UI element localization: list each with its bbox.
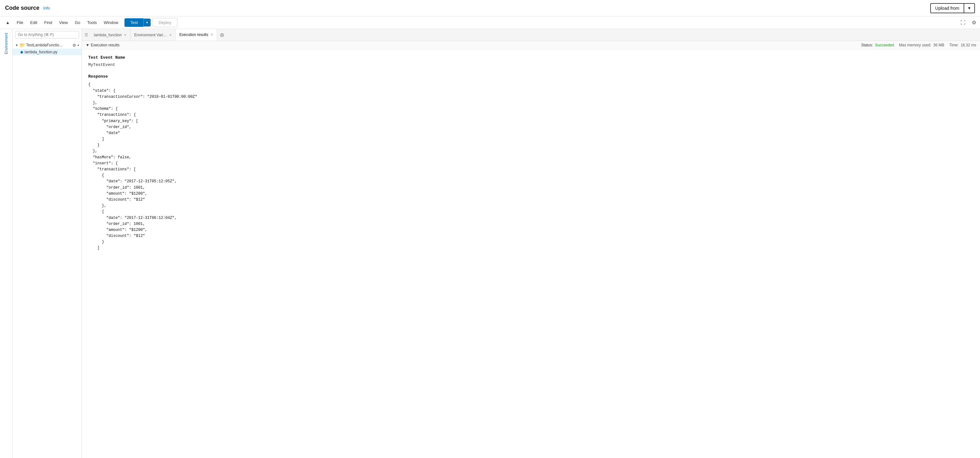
response-code: { "state": { "transactionsCursor": "2018… xyxy=(88,82,974,251)
tab-list-chevron-icon: ☰ xyxy=(83,32,89,37)
menu-bar: ▲ File Edit Find View Go Tools Window Te… xyxy=(0,16,980,29)
folder-label: TestLambdaFunctio… xyxy=(26,43,63,47)
test-event-name-value: MyTestEvent xyxy=(88,62,974,69)
tab-list-icon[interactable]: ☰ xyxy=(82,32,90,37)
menu-item-view[interactable]: View xyxy=(56,19,71,26)
menu-item-go[interactable]: Go xyxy=(72,19,83,26)
settings-button[interactable]: ⚙ xyxy=(970,18,977,27)
sidebar-environment-label: Environment xyxy=(4,33,8,54)
execution-title: ▼ Execution results xyxy=(86,43,119,47)
tab-environment-vars[interactable]: Environment Vari… × xyxy=(130,29,175,41)
menu-item-find[interactable]: Find xyxy=(41,19,55,26)
tab-exec-close-icon[interactable]: × xyxy=(210,32,214,38)
tab-execution-results[interactable]: Execution results × xyxy=(175,29,217,41)
execution-title-arrow: ▼ xyxy=(86,43,89,47)
execution-status: Status: Succeeded Max memory used: 36 MB… xyxy=(861,43,976,47)
file-label: lambda_function.py xyxy=(25,50,57,54)
upload-from-button[interactable]: Upload from ▼ xyxy=(930,3,975,13)
top-bar-right: Upload from ▼ xyxy=(930,3,975,13)
content-area: Test Event Name MyTestEvent Response { "… xyxy=(82,49,980,458)
tab-env-label: Environment Vari… xyxy=(134,33,167,37)
action-button-group: Test ▾ Deploy xyxy=(124,18,177,27)
status-badge: Succeeded xyxy=(875,43,894,47)
test-event-name-label: Test Event Name xyxy=(88,54,974,61)
tab-env-close-icon[interactable]: × xyxy=(169,32,172,38)
page-title: Code source xyxy=(5,5,40,11)
execution-panel: ▼ Execution results Status: Succeeded Ma… xyxy=(82,41,980,458)
top-bar-left: Code source Info xyxy=(5,5,50,11)
top-bar: Code source Info Upload from ▼ xyxy=(0,0,980,16)
fullscreen-icon: ⛶ xyxy=(961,20,966,25)
menu-item-window[interactable]: Window xyxy=(100,19,121,26)
upload-dropdown-arrow: ▼ xyxy=(964,4,974,12)
execution-title-label: Execution results xyxy=(91,43,119,47)
memory-status: Max memory used: 36 MB xyxy=(899,43,944,47)
upload-from-label: Upload from xyxy=(931,4,964,13)
search-input[interactable] xyxy=(15,31,79,38)
menu-item-tools[interactable]: Tools xyxy=(84,19,100,26)
time-status: Time: 16.32 ms xyxy=(949,43,976,47)
editor-area: ☰ lambda_function × Environment Vari… × … xyxy=(82,29,980,458)
menu-item-edit[interactable]: Edit xyxy=(27,19,40,26)
sidebar: Environment xyxy=(0,29,13,458)
tab-lambda-close-icon[interactable]: × xyxy=(124,32,127,38)
collapse-icon[interactable]: ▲ xyxy=(3,19,13,26)
menu-bar-right: ⛶ ⚙ xyxy=(959,18,977,27)
sidebar-environment-tab[interactable]: Environment xyxy=(2,29,11,58)
test-dropdown-button[interactable]: ▾ xyxy=(143,19,151,27)
folder-more-arrow: ▾ xyxy=(78,43,79,47)
tab-lambda-label: lambda_function xyxy=(94,33,122,37)
menu-item-file[interactable]: File xyxy=(14,19,27,26)
tab-exec-label: Execution results xyxy=(179,32,208,37)
file-tree: ▼ 📁 TestLambdaFunctio… ⚙ ▾ ◆ lambda_func… xyxy=(13,40,82,458)
menu-bar-left: ▲ File Edit Find View Go Tools Window Te… xyxy=(3,18,958,27)
tab-add-button[interactable]: ⊕ xyxy=(217,32,227,38)
test-button[interactable]: Test xyxy=(124,18,143,27)
folder-settings-icon[interactable]: ⚙ xyxy=(73,43,76,48)
tab-lambda-function[interactable]: lambda_function × xyxy=(90,29,130,41)
folder-icon: 📁 xyxy=(19,43,25,48)
explorer-search-area xyxy=(13,29,82,40)
settings-icon: ⚙ xyxy=(972,20,976,25)
tree-file-item[interactable]: ◆ lambda_function.py xyxy=(13,49,82,55)
deploy-button: Deploy xyxy=(153,18,177,27)
folder-expand-arrow: ▼ xyxy=(15,43,18,47)
main-layout: Environment ▼ 📁 TestLambdaFunctio… ⚙ ▾ ◆… xyxy=(0,29,980,458)
execution-header: ▼ Execution results Status: Succeeded Ma… xyxy=(82,41,980,49)
file-explorer: ▼ 📁 TestLambdaFunctio… ⚙ ▾ ◆ lambda_func… xyxy=(13,29,82,458)
info-link[interactable]: Info xyxy=(43,6,50,10)
file-icon: ◆ xyxy=(20,49,23,54)
fullscreen-button[interactable]: ⛶ xyxy=(959,19,967,27)
tab-bar: ☰ lambda_function × Environment Vari… × … xyxy=(82,29,980,41)
response-label: Response xyxy=(88,73,974,80)
tree-folder-item[interactable]: ▼ 📁 TestLambdaFunctio… ⚙ ▾ xyxy=(13,41,82,49)
status-label: Status: Succeeded xyxy=(861,43,894,47)
